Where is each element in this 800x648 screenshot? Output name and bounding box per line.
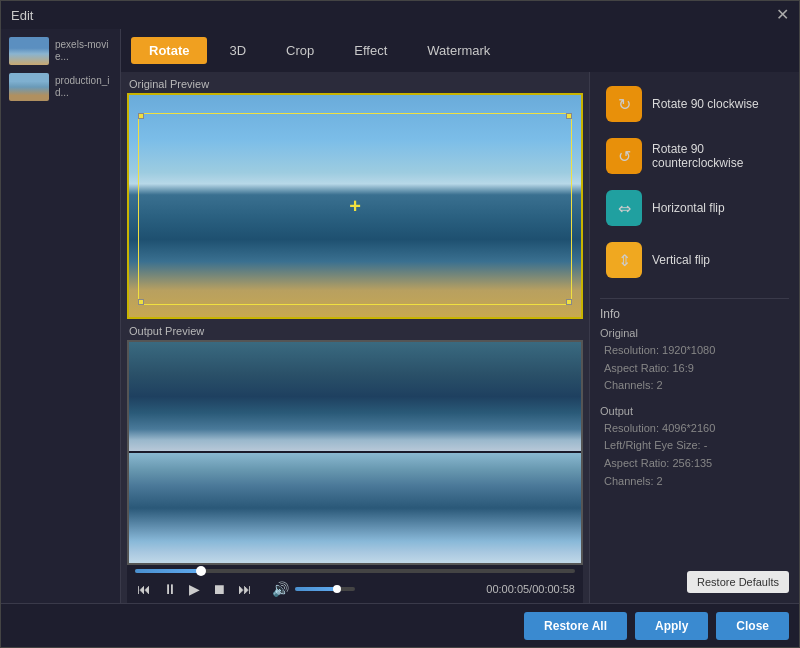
close-button[interactable]: Close bbox=[716, 612, 789, 640]
crop-handle-br[interactable] bbox=[566, 299, 572, 305]
original-resolution: Resolution: 1920*1080 bbox=[600, 342, 789, 360]
sidebar-label-0: pexels-movie... bbox=[55, 39, 112, 63]
right-panel: ↻ Rotate 90 clockwise ↺ Rotate 90 counte… bbox=[589, 72, 799, 603]
restore-all-button[interactable]: Restore All bbox=[524, 612, 627, 640]
rotate-cw-label: Rotate 90 clockwise bbox=[652, 97, 759, 111]
playback-bar: ⏮ ⏸ ▶ ⏹ ⏭ 🔊 bbox=[127, 565, 583, 603]
flip-v-icon: ⇕ bbox=[606, 242, 642, 278]
content-area: pexels-movie... production_id... Rotate … bbox=[1, 29, 799, 603]
rotate-cw-icon: ↻ bbox=[606, 86, 642, 122]
end-button[interactable]: ⏭ bbox=[236, 579, 254, 599]
sidebar-label-1: production_id... bbox=[55, 75, 112, 99]
tab-3d[interactable]: 3D bbox=[211, 37, 264, 64]
forward-button[interactable]: ▶ bbox=[187, 579, 202, 599]
play-pause-button[interactable]: ⏸ bbox=[161, 579, 179, 599]
crop-handle-tl[interactable] bbox=[138, 113, 144, 119]
tab-crop[interactable]: Crop bbox=[268, 37, 332, 64]
output-bottom-half bbox=[129, 453, 581, 563]
info-section: Info Original Resolution: 1920*1080 Aspe… bbox=[600, 298, 789, 490]
sidebar-item-1[interactable]: production_id... bbox=[5, 69, 116, 105]
output-eye-size: Left/Right Eye Size: - bbox=[600, 437, 789, 455]
output-channels: Channels: 2 bbox=[600, 473, 789, 491]
original-channels: Channels: 2 bbox=[600, 377, 789, 395]
sidebar-thumb-0 bbox=[9, 37, 49, 65]
output-preview-section: Output Preview bbox=[127, 325, 583, 566]
output-info-title: Output bbox=[600, 405, 789, 417]
original-preview-section: Original Preview + bbox=[127, 78, 583, 319]
original-ocean-scene: + bbox=[129, 95, 581, 317]
restore-defaults-button[interactable]: Restore Defaults bbox=[687, 571, 789, 593]
output-top-half bbox=[129, 342, 581, 452]
progress-track[interactable] bbox=[135, 569, 575, 573]
output-scene bbox=[129, 342, 581, 564]
window-title: Edit bbox=[11, 8, 33, 23]
volume-track[interactable] bbox=[295, 587, 355, 591]
volume-fill bbox=[295, 587, 337, 591]
stop-button[interactable]: ⏹ bbox=[210, 579, 228, 599]
flip-h-button[interactable]: ⇔ Horizontal flip bbox=[600, 186, 789, 230]
volume-section: 🔊 bbox=[270, 579, 355, 599]
preview-controls: Original Preview + bbox=[121, 72, 799, 603]
original-video-inner: + bbox=[129, 95, 581, 317]
volume-thumb[interactable] bbox=[333, 585, 341, 593]
flip-v-button[interactable]: ⇕ Vertical flip bbox=[600, 238, 789, 282]
close-window-button[interactable]: ✕ bbox=[776, 7, 789, 23]
rotate-ccw-label: Rotate 90 counterclockwise bbox=[652, 142, 783, 170]
edit-window: Edit ✕ pexels-movie... production_id... … bbox=[0, 0, 800, 648]
output-preview-video bbox=[127, 340, 583, 566]
bottom-bar: Restore All Apply Close bbox=[1, 603, 799, 647]
crosshair: + bbox=[349, 194, 361, 217]
info-title: Info bbox=[600, 307, 789, 321]
tab-bar: Rotate 3D Crop Effect Watermark bbox=[121, 29, 799, 72]
main-area: Rotate 3D Crop Effect Watermark Original… bbox=[121, 29, 799, 603]
original-info-title: Original bbox=[600, 327, 789, 339]
flip-v-label: Vertical flip bbox=[652, 253, 710, 267]
tab-rotate[interactable]: Rotate bbox=[131, 37, 207, 64]
progress-thumb[interactable] bbox=[196, 566, 206, 576]
rotate-cw-button[interactable]: ↻ Rotate 90 clockwise bbox=[600, 82, 789, 126]
volume-icon: 🔊 bbox=[270, 579, 291, 599]
progress-fill bbox=[135, 569, 201, 573]
title-bar: Edit ✕ bbox=[1, 1, 799, 29]
crop-handle-bl[interactable] bbox=[138, 299, 144, 305]
rewind-button[interactable]: ⏮ bbox=[135, 579, 153, 599]
flip-h-label: Horizontal flip bbox=[652, 201, 725, 215]
rotate-ccw-button[interactable]: ↺ Rotate 90 counterclockwise bbox=[600, 134, 789, 178]
original-preview-label: Original Preview bbox=[127, 78, 583, 90]
original-preview-video: + bbox=[127, 93, 583, 319]
apply-button[interactable]: Apply bbox=[635, 612, 708, 640]
output-preview-label: Output Preview bbox=[127, 325, 583, 337]
sidebar-item-0[interactable]: pexels-movie... bbox=[5, 33, 116, 69]
controls-row: ⏮ ⏸ ▶ ⏹ ⏭ 🔊 bbox=[135, 579, 575, 599]
crop-handle-tr[interactable] bbox=[566, 113, 572, 119]
sidebar-thumb-1 bbox=[9, 73, 49, 101]
tab-effect[interactable]: Effect bbox=[336, 37, 405, 64]
time-display: 00:00:05/00:00:58 bbox=[486, 583, 575, 595]
rotate-ccw-icon: ↺ bbox=[606, 138, 642, 174]
output-aspect: Aspect Ratio: 256:135 bbox=[600, 455, 789, 473]
preview-area: Original Preview + bbox=[121, 72, 589, 603]
original-aspect: Aspect Ratio: 16:9 bbox=[600, 360, 789, 378]
flip-h-icon: ⇔ bbox=[606, 190, 642, 226]
output-resolution: Resolution: 4096*2160 bbox=[600, 420, 789, 438]
tab-watermark[interactable]: Watermark bbox=[409, 37, 508, 64]
sidebar: pexels-movie... production_id... bbox=[1, 29, 121, 603]
